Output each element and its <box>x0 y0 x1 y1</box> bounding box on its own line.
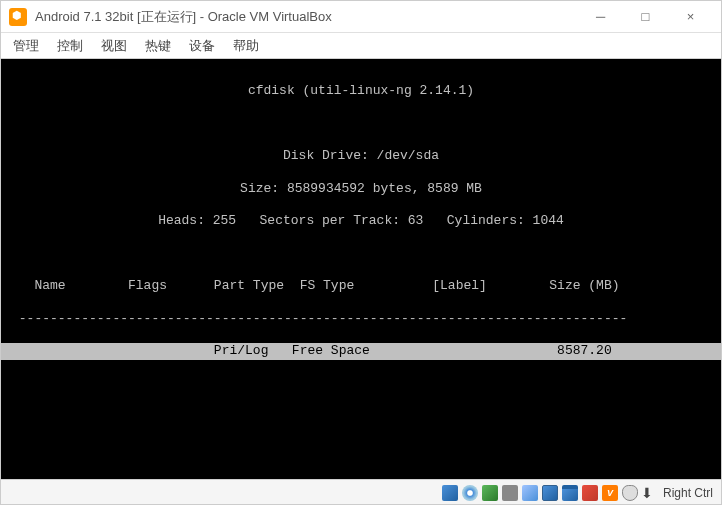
blank-line <box>1 246 721 262</box>
shared-folder-icon[interactable] <box>521 484 539 502</box>
maximize-button[interactable]: □ <box>623 2 668 32</box>
cfdisk-title: cfdisk (util-linux-ng 2.14.1) <box>1 83 721 99</box>
partition-row-selected[interactable]: Pri/Log Free Space 8587.20 <box>1 343 721 359</box>
disk-drive-line: Disk Drive: /dev/sda <box>1 148 721 164</box>
virtualbox-icon <box>9 8 27 26</box>
window-controls: ─ □ × <box>578 2 713 32</box>
blank-line <box>1 116 721 132</box>
mouse-integration-icon[interactable] <box>621 484 639 502</box>
optical-icon[interactable] <box>461 484 479 502</box>
table-divider: ----------------------------------------… <box>1 311 721 327</box>
disk-geometry-line: Heads: 255 Sectors per Track: 63 Cylinde… <box>1 213 721 229</box>
hostkey-label: Right Ctrl <box>663 486 713 500</box>
menubar: 管理 控制 视图 热键 设备 帮助 <box>1 33 721 59</box>
minimize-button[interactable]: ─ <box>578 2 623 32</box>
network-icon[interactable] <box>481 484 499 502</box>
menu-device[interactable]: 设备 <box>181 34 223 58</box>
menu-manage[interactable]: 管理 <box>5 34 47 58</box>
camera-icon[interactable] <box>561 484 579 502</box>
menu-view[interactable]: 视图 <box>93 34 135 58</box>
table-header: Name Flags Part Type FS Type [Label] Siz… <box>1 278 721 294</box>
menu-control[interactable]: 控制 <box>49 34 91 58</box>
statusbar: V ⬇ Right Ctrl <box>1 479 721 505</box>
harddisk-icon[interactable] <box>441 484 459 502</box>
disk-size-line: Size: 8589934592 bytes, 8589 MB <box>1 181 721 197</box>
vm-terminal[interactable]: cfdisk (util-linux-ng 2.14.1) Disk Drive… <box>1 59 721 479</box>
usb-icon[interactable] <box>501 484 519 502</box>
recording-icon[interactable] <box>581 484 599 502</box>
window-title: Android 7.1 32bit [正在运行] - Oracle VM Vir… <box>35 8 578 26</box>
hostkey-arrow-icon: ⬇ <box>641 485 653 501</box>
virtualbox-status-icon[interactable]: V <box>601 484 619 502</box>
close-button[interactable]: × <box>668 2 713 32</box>
window-titlebar: Android 7.1 32bit [正在运行] - Oracle VM Vir… <box>1 1 721 33</box>
menu-hotkey[interactable]: 热键 <box>137 34 179 58</box>
terminal-spacer <box>1 376 721 479</box>
display-icon[interactable] <box>541 484 559 502</box>
menu-help[interactable]: 帮助 <box>225 34 267 58</box>
